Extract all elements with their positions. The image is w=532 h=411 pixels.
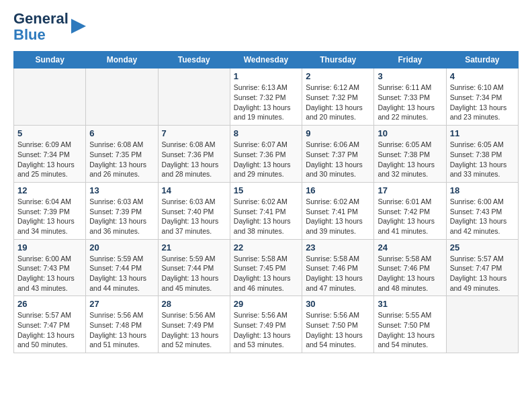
cell-info-line: Sunrise: 5:56 AM <box>162 311 216 319</box>
svg-marker-0 <box>71 19 86 34</box>
cell-info-line: Sunrise: 6:09 AM <box>17 140 71 148</box>
calendar-cell: 15Sunrise: 6:02 AMSunset: 7:41 PMDayligh… <box>230 182 302 239</box>
cell-date-number: 29 <box>234 299 298 309</box>
cell-info-text: Sunrise: 5:57 AMSunset: 7:47 PMDaylight:… <box>450 254 515 293</box>
cell-info-line: Sunset: 7:43 PM <box>17 264 70 272</box>
calendar-cell: 13Sunrise: 6:03 AMSunset: 7:39 PMDayligh… <box>86 182 158 239</box>
cell-info-text: Sunrise: 6:07 AMSunset: 7:36 PMDaylight:… <box>234 140 298 179</box>
cell-info-line: Daylight: 13 hours and 46 minutes. <box>234 274 291 292</box>
logo-arrow-icon <box>71 19 86 34</box>
cell-info-text: Sunrise: 5:55 AMSunset: 7:50 PMDaylight:… <box>378 310 442 350</box>
cell-info-line: Sunrise: 5:58 AM <box>234 255 287 263</box>
day-header-monday: Monday <box>86 52 158 68</box>
cell-info-line: Daylight: 13 hours and 53 minutes. <box>234 331 291 349</box>
cell-info-text: Sunrise: 5:58 AMSunset: 7:46 PMDaylight:… <box>306 254 370 293</box>
cell-info-line: Daylight: 13 hours and 20 minutes. <box>306 103 363 122</box>
cell-info-line: Sunrise: 6:11 AM <box>378 83 431 91</box>
cell-date-number: 4 <box>450 71 515 81</box>
calendar-cell: 7Sunrise: 6:08 AMSunset: 7:36 PMDaylight… <box>158 126 230 183</box>
cell-date-number: 26 <box>17 299 82 309</box>
cell-info-line: Sunrise: 6:00 AM <box>17 255 71 263</box>
cell-info-text: Sunrise: 5:58 AMSunset: 7:46 PMDaylight:… <box>378 254 442 293</box>
cell-info-line: Daylight: 13 hours and 47 minutes. <box>306 274 363 292</box>
cell-date-number: 24 <box>378 242 442 253</box>
cell-info-line: Sunrise: 6:04 AM <box>17 197 71 205</box>
cell-info-line: Sunset: 7:49 PM <box>162 321 214 329</box>
cell-info-line: Sunrise: 5:58 AM <box>378 255 431 263</box>
calendar-cell: 26Sunrise: 5:57 AMSunset: 7:47 PMDayligh… <box>14 296 86 353</box>
cell-info-line: Daylight: 13 hours and 44 minutes. <box>89 274 146 292</box>
cell-date-number: 3 <box>378 71 442 81</box>
calendar-cell: 25Sunrise: 5:57 AMSunset: 7:47 PMDayligh… <box>446 239 518 296</box>
calendar-cell <box>86 68 158 126</box>
cell-info-line: Daylight: 13 hours and 22 minutes. <box>378 103 435 122</box>
cell-info-line: Daylight: 13 hours and 28 minutes. <box>162 161 219 179</box>
cell-date-number: 2 <box>306 71 370 81</box>
cell-date-number: 10 <box>378 128 442 138</box>
cell-info-text: Sunrise: 5:57 AMSunset: 7:47 PMDaylight:… <box>17 310 82 350</box>
cell-info-text: Sunrise: 5:56 AMSunset: 7:50 PMDaylight:… <box>306 310 370 350</box>
cell-date-number: 9 <box>306 128 370 138</box>
cell-info-line: Daylight: 13 hours and 54 minutes. <box>378 331 435 349</box>
cell-date-number: 30 <box>306 299 370 309</box>
cell-info-line: Sunset: 7:37 PM <box>306 150 358 158</box>
cell-date-number: 6 <box>89 128 154 138</box>
cell-info-line: Sunrise: 6:05 AM <box>450 140 504 148</box>
calendar-cell: 2Sunrise: 6:12 AMSunset: 7:32 PMDaylight… <box>302 68 374 126</box>
cell-info-line: Daylight: 13 hours and 26 minutes. <box>89 161 146 179</box>
cell-info-text: Sunrise: 6:05 AMSunset: 7:38 PMDaylight:… <box>450 140 515 179</box>
cell-date-number: 14 <box>162 185 226 195</box>
cell-date-number: 12 <box>17 185 82 195</box>
cell-date-number: 18 <box>450 185 515 195</box>
cell-info-line: Sunrise: 6:03 AM <box>89 197 143 205</box>
cell-info-text: Sunrise: 6:12 AMSunset: 7:32 PMDaylight:… <box>306 83 370 122</box>
calendar-cell: 20Sunrise: 5:59 AMSunset: 7:44 PMDayligh… <box>86 239 158 296</box>
cell-date-number: 17 <box>378 185 442 195</box>
cell-info-line: Sunset: 7:40 PM <box>162 208 214 216</box>
cell-date-number: 19 <box>17 242 82 253</box>
cell-date-number: 28 <box>162 299 226 309</box>
cell-info-text: Sunrise: 6:08 AMSunset: 7:36 PMDaylight:… <box>162 140 226 179</box>
calendar-cell: 6Sunrise: 6:08 AMSunset: 7:35 PMDaylight… <box>86 126 158 183</box>
cell-info-text: Sunrise: 6:13 AMSunset: 7:32 PMDaylight:… <box>234 83 298 122</box>
calendar-cell: 16Sunrise: 6:02 AMSunset: 7:41 PMDayligh… <box>302 182 374 239</box>
day-header-sunday: Sunday <box>14 52 86 68</box>
cell-date-number: 15 <box>234 185 298 195</box>
calendar-cell: 10Sunrise: 6:05 AMSunset: 7:38 PMDayligh… <box>374 126 446 183</box>
cell-info-line: Sunrise: 6:02 AM <box>234 197 287 205</box>
cell-info-text: Sunrise: 6:03 AMSunset: 7:39 PMDaylight:… <box>89 197 154 236</box>
cell-date-number: 21 <box>162 242 226 253</box>
cell-info-line: Daylight: 13 hours and 51 minutes. <box>89 331 146 349</box>
cell-info-text: Sunrise: 5:56 AMSunset: 7:49 PMDaylight:… <box>162 310 226 350</box>
cell-info-line: Sunrise: 6:01 AM <box>378 197 431 205</box>
cell-date-number: 7 <box>162 128 226 138</box>
cell-info-line: Daylight: 13 hours and 23 minutes. <box>450 103 507 122</box>
calendar-week-5: 26Sunrise: 5:57 AMSunset: 7:47 PMDayligh… <box>14 296 519 353</box>
calendar-week-3: 12Sunrise: 6:04 AMSunset: 7:39 PMDayligh… <box>14 182 519 239</box>
cell-info-text: Sunrise: 6:01 AMSunset: 7:42 PMDaylight:… <box>378 197 442 236</box>
calendar-cell: 19Sunrise: 6:00 AMSunset: 7:43 PMDayligh… <box>14 239 86 296</box>
cell-info-line: Sunset: 7:34 PM <box>450 93 502 101</box>
page-container: General Blue SundayMondayTuesdayWednesda… <box>0 0 532 360</box>
cell-info-text: Sunrise: 5:56 AMSunset: 7:49 PMDaylight:… <box>234 310 298 350</box>
cell-info-line: Sunset: 7:36 PM <box>234 150 286 158</box>
logo: General Blue <box>13 11 86 43</box>
cell-info-line: Sunrise: 5:59 AM <box>89 255 143 263</box>
cell-info-text: Sunrise: 6:05 AMSunset: 7:38 PMDaylight:… <box>378 140 442 179</box>
calendar-cell: 23Sunrise: 5:58 AMSunset: 7:46 PMDayligh… <box>302 239 374 296</box>
calendar-cell <box>158 68 230 126</box>
calendar-cell: 18Sunrise: 6:00 AMSunset: 7:43 PMDayligh… <box>446 182 518 239</box>
cell-info-line: Sunset: 7:48 PM <box>89 321 142 329</box>
cell-info-line: Daylight: 13 hours and 42 minutes. <box>450 217 507 235</box>
cell-info-line: Sunset: 7:41 PM <box>234 208 286 216</box>
day-header-saturday: Saturday <box>446 52 518 68</box>
cell-info-line: Sunset: 7:33 PM <box>378 93 430 101</box>
cell-info-line: Sunrise: 6:03 AM <box>162 197 216 205</box>
cell-info-text: Sunrise: 6:11 AMSunset: 7:33 PMDaylight:… <box>378 83 442 122</box>
calendar-cell: 17Sunrise: 6:01 AMSunset: 7:42 PMDayligh… <box>374 182 446 239</box>
cell-info-text: Sunrise: 5:58 AMSunset: 7:45 PMDaylight:… <box>234 254 298 293</box>
cell-info-line: Daylight: 13 hours and 29 minutes. <box>234 161 291 179</box>
cell-info-line: Sunset: 7:42 PM <box>378 208 430 216</box>
cell-date-number: 31 <box>378 299 442 309</box>
cell-info-text: Sunrise: 6:00 AMSunset: 7:43 PMDaylight:… <box>450 197 515 236</box>
